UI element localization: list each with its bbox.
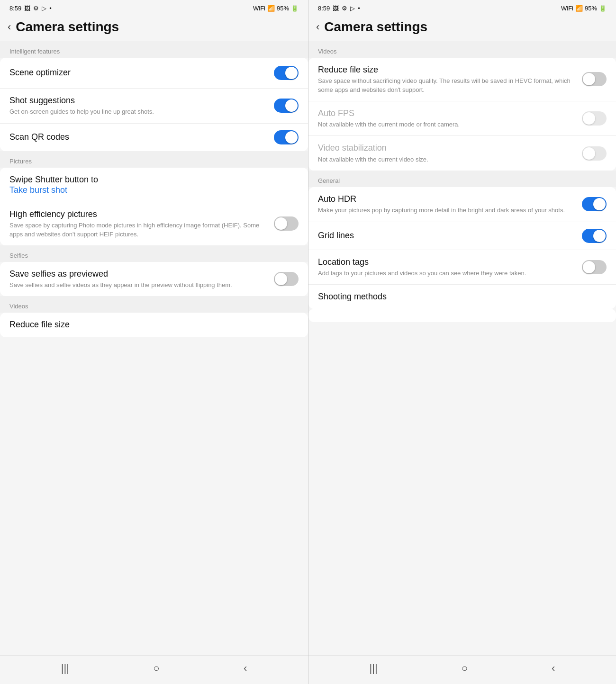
section-label-general: General — [308, 171, 616, 187]
setting-auto-hdr: Auto HDR Make your pictures pop by captu… — [308, 187, 616, 222]
setting-grid-lines: Grid lines — [308, 222, 616, 250]
nav-back-left[interactable]: ‹ — [244, 662, 247, 675]
panel-left: 8:59 🖼 ⚙ ▷ • WiFi 📶 95% 🔋 ‹ Camera setti… — [0, 0, 308, 684]
nav-bar-left: ||| ○ ‹ — [0, 655, 308, 684]
setting-auto-fps: Auto FPS Not available with the current … — [308, 101, 616, 136]
toggle-scene-optimizer[interactable] — [274, 66, 299, 80]
gallery-icon: 🖼 — [24, 5, 30, 12]
setting-title-selfies: Save selfies as previewed — [9, 269, 266, 279]
setting-location-tags: Location tags Add tags to your pictures … — [308, 250, 616, 285]
group-general: Auto HDR Make your pictures pop by captu… — [308, 187, 616, 309]
section-intelligent-features: Intelligent features Scene optimizer Sho… — [0, 41, 308, 151]
scroll-content-right: Videos Reduce file size Save space witho… — [308, 41, 616, 655]
dot-icon: • — [49, 5, 52, 12]
nav-home-left[interactable]: ○ — [153, 662, 159, 675]
setting-scan-qr: Scan QR codes — [0, 124, 308, 151]
setting-title-reduce-left: Reduce file size — [9, 319, 291, 330]
toggle-high-efficiency[interactable] — [274, 216, 299, 231]
toggle-reduce-file-right[interactable] — [582, 72, 607, 86]
section-label-videos-right: Videos — [308, 41, 616, 58]
play-icon-right: ▷ — [350, 5, 355, 12]
setting-title-hdr: Auto HDR — [318, 194, 574, 205]
toggle-save-selfies[interactable] — [274, 272, 299, 286]
status-bar-right: 8:59 🖼 ⚙ ▷ • WiFi 📶 95% 🔋 — [308, 0, 616, 15]
section-label-videos-left: Videos — [0, 296, 308, 313]
setting-swipe-shutter[interactable]: Swipe Shutter button to Take burst shot — [0, 168, 308, 202]
toggle-auto-fps — [582, 111, 607, 126]
toggle-knob-stabilization — [583, 147, 595, 160]
battery-icon-right: 🔋 — [599, 5, 607, 12]
toggle-knob-high — [275, 217, 287, 230]
toggle-scan-qr[interactable] — [274, 130, 299, 144]
setting-desc-high: Save space by capturing Photo mode pictu… — [9, 221, 266, 238]
nav-home-right[interactable]: ○ — [462, 662, 468, 675]
dot-icon-right: • — [358, 5, 360, 12]
battery-icon: 🔋 — [291, 5, 299, 12]
nav-recent-left[interactable]: ||| — [61, 662, 69, 675]
signal-icon-right: 📶 — [575, 5, 583, 12]
play-icon: ▷ — [42, 5, 46, 12]
setting-text-scene: Scene optimizer — [9, 67, 267, 78]
battery-left: 95% — [277, 5, 289, 12]
toggle-grid-lines[interactable] — [582, 229, 607, 243]
wifi-icon: WiFi — [253, 5, 265, 12]
setting-title-grid: Grid lines — [318, 230, 574, 241]
setting-link-swipe[interactable]: Take burst shot — [9, 185, 291, 195]
setting-partial — [308, 309, 616, 322]
setting-title-qr: Scan QR codes — [9, 132, 266, 143]
battery-right: 95% — [585, 5, 597, 12]
back-button-right[interactable]: ‹ — [316, 21, 319, 33]
header-left: ‹ Camera settings — [0, 15, 308, 41]
status-left-right: 8:59 🖼 ⚙ ▷ • — [318, 5, 360, 12]
time-left: 8:59 — [9, 5, 21, 12]
signal-icon: 📶 — [267, 5, 275, 12]
setting-title-shooting: Shooting methods — [318, 291, 599, 302]
nav-recent-right[interactable]: ||| — [370, 662, 378, 675]
setting-desc-shot: Get on-screen guides to help you line up… — [9, 108, 266, 116]
setting-desc-stabilization: Not available with the current video siz… — [318, 155, 574, 164]
nav-back-right[interactable]: ‹ — [552, 662, 555, 675]
setting-reduce-file-left[interactable]: Reduce file size — [0, 313, 308, 337]
panel-right: 8:59 🖼 ⚙ ▷ • WiFi 📶 95% 🔋 ‹ Camera setti… — [308, 0, 616, 684]
page-title-left: Camera settings — [16, 19, 119, 35]
setting-text-location: Location tags Add tags to your pictures … — [318, 257, 582, 278]
toggle-shot-suggestions[interactable] — [274, 99, 299, 113]
group-videos-right: Reduce file size Save space without sacr… — [308, 58, 616, 171]
time-right: 8:59 — [318, 5, 330, 12]
setting-text-high: High efficiency pictures Save space by c… — [9, 209, 274, 239]
setting-text-reduce-right: Reduce file size Save space without sacr… — [318, 64, 582, 94]
setting-title-fps: Auto FPS — [318, 108, 574, 119]
setting-text-selfies: Save selfies as previewed Save selfies a… — [9, 269, 274, 290]
toggle-knob-hdr — [593, 198, 606, 210]
setting-title-scene: Scene optimizer — [9, 67, 259, 78]
status-bar-left: 8:59 🖼 ⚙ ▷ • WiFi 📶 95% 🔋 — [0, 0, 308, 15]
setting-desc-selfies: Save selfies and selfie videos as they a… — [9, 281, 266, 289]
section-label-selfies: Selfies — [0, 245, 308, 262]
group-partial — [308, 309, 616, 322]
group-selfies: Save selfies as previewed Save selfies a… — [0, 262, 308, 297]
back-button-left[interactable]: ‹ — [8, 21, 11, 33]
section-selfies: Selfies Save selfies as previewed Save s… — [0, 245, 308, 297]
gallery-icon-right: 🖼 — [333, 5, 339, 12]
setting-title-reduce-right: Reduce file size — [318, 64, 574, 75]
toggle-knob-scene — [285, 67, 298, 79]
header-right: ‹ Camera settings — [308, 15, 616, 41]
toggle-knob-shot — [285, 99, 298, 112]
section-videos-left: Videos Reduce file size — [0, 296, 308, 337]
setting-title-high: High efficiency pictures — [9, 209, 266, 220]
settings-icon: ⚙ — [33, 5, 39, 12]
setting-title-location: Location tags — [318, 257, 574, 268]
status-left: 8:59 🖼 ⚙ ▷ • — [9, 5, 52, 12]
section-label-pictures: Pictures — [0, 151, 308, 168]
setting-title-swipe: Swipe Shutter button to — [9, 174, 291, 185]
toggle-knob-location — [583, 261, 595, 273]
setting-text-qr: Scan QR codes — [9, 132, 274, 143]
toggle-auto-hdr[interactable] — [582, 197, 607, 211]
section-general: General Auto HDR Make your pictures pop … — [308, 171, 616, 309]
setting-title-shot: Shot suggestions — [9, 95, 266, 106]
toggle-location-tags[interactable] — [582, 260, 607, 274]
setting-shooting-methods[interactable]: Shooting methods — [308, 285, 616, 309]
group-videos-left: Reduce file size — [0, 313, 308, 337]
toggle-knob-selfies — [275, 273, 287, 285]
toggle-knob-fps — [583, 112, 595, 125]
